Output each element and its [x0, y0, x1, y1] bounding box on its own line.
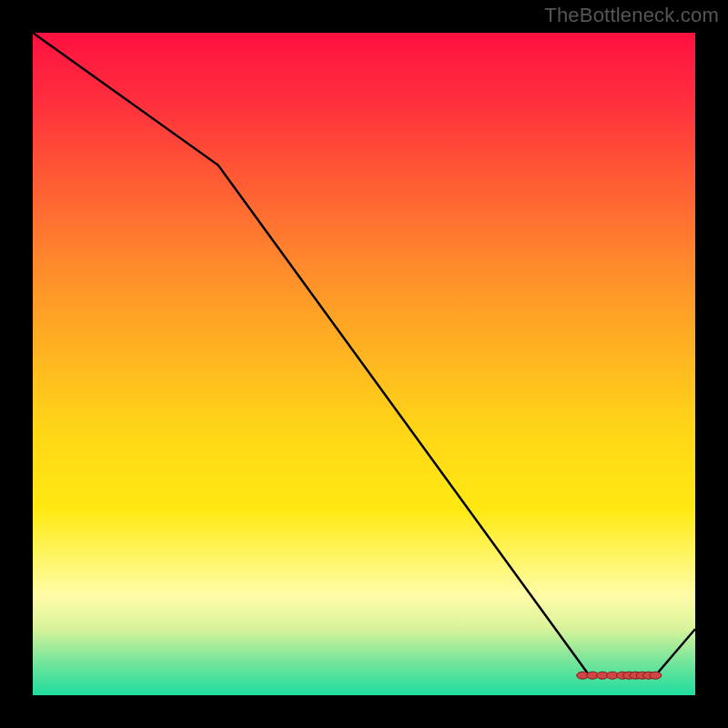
- bottleneck-curve: [33, 33, 695, 675]
- optimum-marker: [650, 672, 662, 679]
- plot-area: [33, 33, 695, 695]
- chart-overlay: [33, 33, 695, 695]
- chart-frame: TheBottleneck.com: [0, 0, 728, 728]
- optimum-markers: [577, 672, 662, 679]
- watermark-text: TheBottleneck.com: [544, 4, 719, 27]
